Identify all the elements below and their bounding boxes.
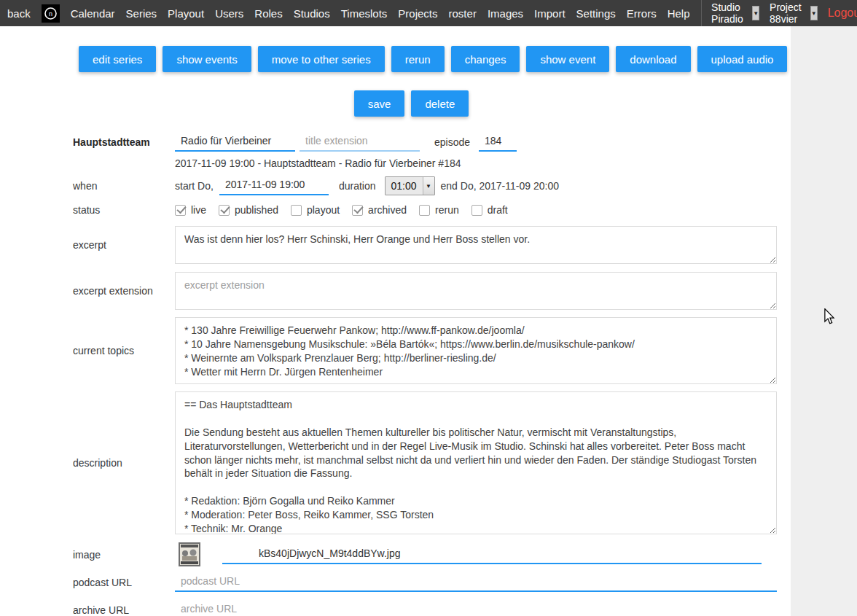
studio-select-value: Studio Piradio bbox=[711, 1, 747, 25]
studio-select[interactable]: Studio Piradio ▼ bbox=[711, 1, 759, 25]
status-checkbox-archived[interactable]: archived bbox=[352, 204, 407, 216]
nav-errors[interactable]: Errors bbox=[627, 7, 657, 20]
changes-button[interactable]: changes bbox=[451, 46, 520, 72]
duration-select-value: 01:00 bbox=[386, 180, 423, 192]
logout-link[interactable]: Logout bbox=[828, 7, 857, 20]
series-name-label: Hauptstadtteam bbox=[73, 136, 175, 148]
checkbox-label: playout bbox=[307, 204, 340, 216]
checkbox-label: rerun bbox=[435, 204, 459, 216]
nav-playout[interactable]: Playout bbox=[168, 7, 204, 20]
title-extension-input[interactable] bbox=[300, 133, 420, 152]
description-label: description bbox=[73, 457, 175, 469]
nav-timeslots[interactable]: Timeslots bbox=[341, 7, 388, 20]
podcast-url-label: podcast URL bbox=[73, 577, 175, 588]
checkbox-icon[interactable] bbox=[175, 205, 186, 216]
status-checkbox-live[interactable]: live bbox=[175, 204, 206, 216]
project-select-value: Project 88vier bbox=[770, 1, 805, 25]
navbar-divider bbox=[701, 0, 702, 26]
nav-projects[interactable]: Projects bbox=[398, 7, 437, 20]
form-row-title: Hauptstadtteam episode bbox=[0, 133, 791, 152]
current-topics-textarea[interactable] bbox=[175, 317, 777, 384]
show-event-button[interactable]: show event bbox=[526, 46, 609, 72]
nav-images[interactable]: Images bbox=[488, 7, 523, 20]
nav-studios[interactable]: Studios bbox=[294, 7, 330, 20]
checkbox-icon[interactable] bbox=[219, 205, 230, 216]
nav-series[interactable]: Series bbox=[126, 7, 157, 20]
nav-settings[interactable]: Settings bbox=[576, 7, 616, 20]
show-events-button[interactable]: show events bbox=[163, 46, 251, 72]
svg-text:n: n bbox=[49, 10, 52, 17]
end-datetime-text: end Do, 2017-11-09 20:00 bbox=[441, 180, 559, 192]
nav-roles[interactable]: Roles bbox=[254, 7, 282, 20]
duration-select[interactable]: 01:00 ▼ bbox=[385, 176, 435, 195]
nav-roster[interactable]: roster bbox=[449, 7, 477, 20]
edit-series-button[interactable]: edit series bbox=[79, 46, 156, 72]
save-button[interactable]: save bbox=[354, 90, 405, 117]
logo-glyph: n bbox=[43, 6, 58, 21]
form-row-image: image bbox=[0, 542, 791, 566]
form-row-generated-title: 2017-11-09 19:00 - Hauptstadtteam - Radi… bbox=[0, 157, 791, 169]
move-to-other-series-button[interactable]: move to other series bbox=[258, 46, 385, 72]
start-label: start Do, bbox=[175, 180, 214, 192]
chevron-down-icon: ▼ bbox=[752, 6, 759, 20]
checkbox-label: live bbox=[191, 204, 206, 216]
nav-back[interactable]: back bbox=[7, 7, 31, 20]
app-logo-icon[interactable]: n bbox=[42, 4, 60, 23]
description-textarea[interactable] bbox=[175, 391, 777, 534]
checkbox-icon[interactable] bbox=[419, 205, 430, 216]
checkbox-label: draft bbox=[488, 204, 508, 216]
chevron-down-icon: ▼ bbox=[423, 177, 434, 195]
image-filename-input[interactable] bbox=[222, 545, 762, 564]
checkbox-icon[interactable] bbox=[352, 205, 363, 216]
save-delete-row: save delete bbox=[58, 90, 791, 117]
nav-calendar[interactable]: Calendar bbox=[71, 7, 115, 20]
upload-audio-button[interactable]: upload audio bbox=[697, 46, 788, 72]
current-topics-label: current topics bbox=[73, 345, 175, 356]
checkbox-icon[interactable] bbox=[291, 205, 302, 216]
status-label: status bbox=[73, 204, 175, 216]
checkbox-label: published bbox=[235, 204, 278, 216]
rerun-button[interactable]: rerun bbox=[391, 46, 445, 72]
excerpt-textarea[interactable] bbox=[175, 226, 777, 264]
status-checkbox-draft[interactable]: draft bbox=[471, 204, 508, 216]
form-row-excerpt-extension: excerpt extension bbox=[0, 272, 791, 310]
excerpt-extension-textarea[interactable] bbox=[175, 272, 777, 310]
episode-label: episode bbox=[434, 136, 470, 148]
project-select[interactable]: Project 88vier ▼ bbox=[770, 1, 818, 25]
form-row-status: status live published playout archived r… bbox=[0, 204, 791, 216]
archive-url-input[interactable] bbox=[175, 601, 777, 616]
image-thumbnail[interactable] bbox=[179, 542, 200, 566]
generated-title-text: 2017-11-09 19:00 - Hauptstadtteam - Radi… bbox=[175, 157, 461, 169]
checkbox-label: archived bbox=[368, 204, 407, 216]
status-checkbox-rerun[interactable]: rerun bbox=[419, 204, 459, 216]
toolbar-row: edit series show events move to other se… bbox=[79, 46, 791, 72]
status-checkbox-playout[interactable]: playout bbox=[291, 204, 340, 216]
download-button[interactable]: download bbox=[616, 46, 690, 72]
chevron-down-icon: ▼ bbox=[810, 6, 818, 20]
form-row-description: description bbox=[0, 391, 791, 534]
excerpt-label: excerpt bbox=[73, 239, 175, 251]
mouse-cursor bbox=[823, 308, 835, 324]
episode-input[interactable] bbox=[479, 133, 517, 152]
archive-url-label: archive URL bbox=[73, 604, 175, 616]
excerpt-extension-label: excerpt extension bbox=[73, 285, 175, 297]
start-datetime-input[interactable] bbox=[219, 176, 329, 195]
delete-button[interactable]: delete bbox=[411, 90, 469, 117]
nav-users[interactable]: Users bbox=[215, 7, 243, 20]
when-label: when bbox=[73, 180, 175, 192]
form-row-podcast-url: podcast URL bbox=[0, 573, 791, 592]
top-navbar: back n Calendar Series Playout Users Rol… bbox=[0, 0, 857, 26]
form-row-archive-url: archive URL bbox=[0, 601, 791, 616]
podcast-url-input[interactable] bbox=[175, 573, 777, 592]
nav-import[interactable]: Import bbox=[534, 7, 566, 20]
status-checkbox-published[interactable]: published bbox=[219, 204, 278, 216]
main-content: edit series show events move to other se… bbox=[0, 26, 791, 616]
form-row-when: when start Do, duration 01:00 ▼ end Do, … bbox=[0, 176, 791, 195]
form-row-excerpt: excerpt bbox=[0, 226, 791, 264]
title-input[interactable] bbox=[175, 133, 295, 152]
duration-label: duration bbox=[339, 180, 376, 192]
image-label: image bbox=[73, 549, 175, 561]
nav-help[interactable]: Help bbox=[668, 7, 690, 20]
checkbox-icon[interactable] bbox=[471, 205, 482, 216]
form-row-current-topics: current topics bbox=[0, 317, 791, 384]
